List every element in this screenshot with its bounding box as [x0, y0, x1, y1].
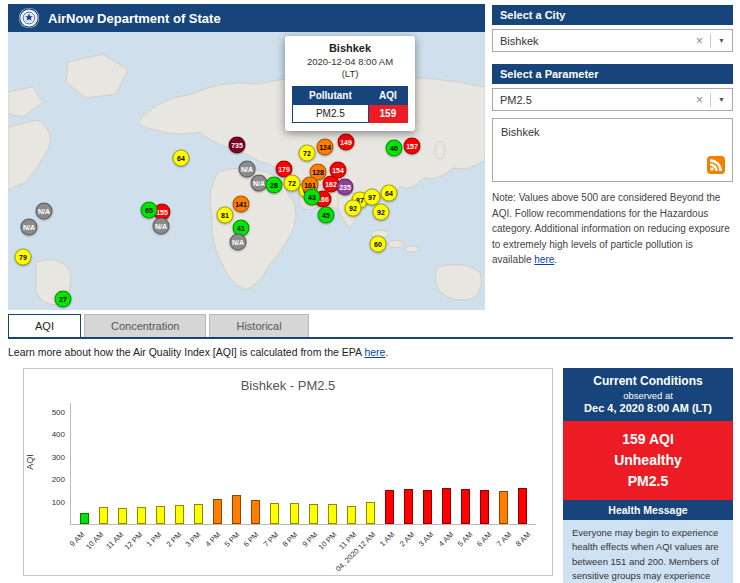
city-select[interactable]: Bishkek × ▼ [492, 29, 733, 52]
chart-bar[interactable] [290, 503, 299, 524]
clear-icon[interactable]: × [689, 93, 710, 107]
map-marker[interactable]: 65 [141, 202, 158, 219]
map-marker[interactable]: 235 [337, 179, 354, 196]
observed-at-label: observed at [567, 390, 729, 401]
y-tick-label: 300 [33, 452, 65, 461]
page-title: AirNow Department of State [48, 11, 221, 26]
chart-bar[interactable] [213, 499, 222, 524]
note-text: Note: Values above 500 are considered Be… [492, 192, 730, 265]
chart-bar[interactable] [309, 504, 318, 524]
x-tick-label: 8 PM [281, 530, 300, 549]
x-tick-label: 4 PM [203, 530, 222, 549]
chart-bar[interactable] [270, 503, 279, 524]
map-marker[interactable]: 45 [318, 207, 335, 224]
chevron-down-icon[interactable]: ▼ [711, 96, 732, 103]
map-marker[interactable]: 27 [55, 291, 72, 308]
chart-bar[interactable] [347, 506, 356, 524]
note-suffix: . [554, 254, 557, 265]
parameter-select-value: PM2.5 [493, 94, 689, 106]
x-tick-label: 9 AM [68, 530, 86, 548]
bar-slot [132, 403, 151, 524]
chart-bar[interactable] [99, 507, 108, 524]
clear-icon[interactable]: × [689, 34, 710, 48]
chart-bar[interactable] [385, 490, 394, 524]
map-marker[interactable]: N/A [239, 161, 256, 178]
chart-bar[interactable] [194, 504, 203, 524]
map-marker[interactable]: 124 [317, 139, 334, 156]
chart-bar[interactable] [518, 488, 527, 524]
map-marker[interactable]: 40 [386, 140, 403, 157]
chart-title: Bishkek - PM2.5 [24, 378, 552, 393]
chart-bar[interactable] [499, 491, 508, 524]
chevron-down-icon[interactable]: ▼ [711, 37, 732, 44]
map-marker[interactable]: 64 [381, 185, 398, 202]
x-tick-label: 6 AM [475, 530, 493, 548]
bar-slot [399, 403, 418, 524]
state-department-seal-icon [18, 7, 40, 29]
map-marker[interactable]: 60 [370, 236, 387, 253]
chart-bar[interactable] [118, 508, 127, 524]
chart-bar[interactable] [423, 490, 432, 525]
map-marker[interactable]: N/A [36, 203, 53, 220]
current-conditions-panel: Current Conditions observed at Dec 4, 20… [563, 368, 733, 581]
map-marker[interactable]: N/A [153, 218, 170, 235]
bar-slot [113, 403, 132, 524]
map-marker[interactable]: 149 [338, 134, 355, 151]
rss-icon[interactable] [707, 156, 725, 174]
x-tick-label: 7 AM [495, 530, 513, 548]
map-marker[interactable]: N/A [21, 219, 38, 236]
chart-bar[interactable] [232, 495, 241, 524]
popup-aqi-value: 159 [368, 104, 407, 122]
x-tick-label: 10 PM [317, 530, 339, 552]
map-marker[interactable]: 92 [345, 200, 362, 217]
chart-bar[interactable] [251, 500, 260, 524]
chart-bar[interactable] [404, 489, 413, 524]
chart-bar[interactable] [461, 489, 470, 524]
parameter-select[interactable]: PM2.5 × ▼ [492, 88, 733, 111]
map-marker[interactable]: 141 [233, 196, 250, 213]
bar-slot [437, 403, 456, 524]
tab-historical[interactable]: Historical [209, 314, 308, 337]
chart-bar[interactable] [480, 490, 489, 524]
chart-bar[interactable] [137, 507, 146, 524]
map-marker[interactable]: 28 [266, 177, 283, 194]
x-tick-label: 2 PM [164, 530, 183, 549]
bar-slot [361, 403, 380, 524]
bar-slot [265, 403, 284, 524]
chart-bar[interactable] [366, 502, 375, 524]
map-marker[interactable]: 735 [229, 137, 246, 154]
x-tick-label: 7 PM [261, 530, 280, 549]
map-marker[interactable]: 157 [404, 138, 421, 155]
tab-aqi[interactable]: AQI [8, 314, 81, 337]
bar-slot [75, 403, 94, 524]
select-city-header: Select a City [492, 5, 733, 25]
world-map[interactable]: 73564N/A1797212414940157128154N/A2872641… [8, 32, 485, 310]
bar-slot [494, 403, 513, 524]
map-marker[interactable]: 43 [304, 189, 321, 206]
bar-slot [304, 403, 323, 524]
chart-bar[interactable] [156, 506, 165, 524]
feed-box: Bishkek [492, 118, 733, 182]
learn-more-here-link[interactable]: here [364, 346, 385, 358]
chart-bar[interactable] [80, 513, 89, 524]
chart-bar[interactable] [175, 505, 184, 524]
tab-concentration[interactable]: Concentration [84, 314, 207, 337]
popup-col-aqi: AQI [368, 86, 407, 104]
map-marker[interactable]: 79 [15, 249, 32, 266]
y-tick-label: 500 [33, 407, 65, 416]
chart-bar[interactable] [328, 504, 337, 524]
bar-slot [342, 403, 361, 524]
bar-slot [208, 403, 227, 524]
map-marker[interactable]: 81 [217, 207, 234, 224]
map-marker[interactable]: 64 [173, 150, 190, 167]
map-marker[interactable]: N/A [230, 234, 247, 251]
chart-bar[interactable] [442, 488, 451, 524]
map-marker[interactable]: 92 [373, 204, 390, 221]
x-tick-label: 1 PM [145, 530, 164, 549]
x-tick-label: 10 AM [84, 530, 105, 551]
popup-timezone: (LT) [342, 68, 359, 79]
note-here-link[interactable]: here [534, 254, 554, 265]
beyond-aqi-note: Note: Values above 500 are considered Be… [492, 190, 733, 268]
map-marker[interactable]: 72 [299, 145, 316, 162]
x-tick-label: 3 PM [184, 530, 203, 549]
